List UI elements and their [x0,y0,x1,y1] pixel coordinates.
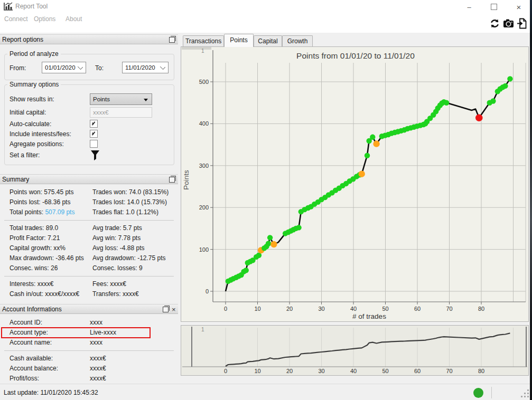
divider [4,350,174,351]
window-title: Report Tool [15,3,48,10]
menu-about[interactable]: About [66,15,82,23]
menu-options[interactable]: Options [34,15,55,23]
refresh-icon[interactable] [489,18,500,29]
summary-left: Cash in/out: xxxx€/xxxx€ [10,289,79,299]
show-results-combo[interactable]: Points [90,93,152,105]
tab-transactions[interactable]: Transactions [183,35,224,46]
tab-growth[interactable]: Growth [282,35,313,46]
account-row: Cash available:xxxx€ [0,354,178,364]
from-date-combo[interactable]: 01/01/2020 [42,62,86,73]
total-points-value: 507.09 pts [45,208,74,216]
summary-row: Total trades: 89.0Avg trade: 5.7 pts [0,223,178,233]
svg-text:300: 300 [199,163,209,169]
account-row: Account ID:xxxx [0,318,178,328]
set-filter-label: Set a filter: [10,151,40,159]
auto-calculate-checkbox[interactable] [90,120,98,128]
account-label: Account ID: [10,318,42,328]
svg-text:1: 1 [201,327,204,332]
summary-row: Total points: 507.09 ptsTrades flat: 1.0… [0,207,178,217]
points-chart-panel: 1010020030040050001020304050607080Points… [181,46,529,322]
agregate-positions-label: Agregate positions: [10,140,64,148]
report-tool-window: Report Tool – × ConnectOptionsAbout Repo… [0,0,532,400]
app-logo-icon [4,2,13,11]
svg-text:50: 50 [382,368,388,374]
window-maximize-button[interactable] [482,0,506,14]
report-options-title: Report options [2,36,43,43]
summary-right: Trades lost: 14.0 (15.73%) [92,197,167,207]
summary-right: Avg loss: -4.88 pts [92,243,145,253]
to-label: To: [95,64,104,72]
summary-row: Consec. wins: 26Consec. losses: 9 [0,263,178,273]
summary-row: Max drawdown: -36.46 ptsAvg drawdown: -1… [0,253,178,263]
svg-text:Points from 01/01/20 to 11/01/: Points from 01/01/20 to 11/01/20 [296,51,415,60]
divider [4,276,174,277]
account-value: xxxx€ [90,364,106,374]
account-value: Live-xxxx [90,328,116,338]
svg-text:1: 1 [201,48,204,54]
tab-points[interactable]: Points [224,34,254,47]
panel-close-icon[interactable]: × [172,305,176,315]
screenshot-camera-icon[interactable] [503,18,514,29]
summary-row: Cash in/out: xxxx€/xxxx€Transfers: xxxx€ [0,289,178,299]
tab-capital[interactable]: Capital [254,35,282,46]
svg-text:0: 0 [224,306,227,312]
svg-text:0: 0 [224,368,227,374]
svg-text:100: 100 [199,246,209,253]
summary-right: Fees: xxxx€ [92,279,126,289]
svg-text:500: 500 [199,79,209,85]
to-date-combo[interactable]: 11/01/2020 [122,62,169,73]
svg-text:200: 200 [199,204,209,211]
account-row: Account type:Live-xxxx [0,328,178,338]
report-options-header: Report options [0,34,178,44]
summary-left: Interests: xxxx€ [10,279,53,289]
svg-text:10: 10 [254,306,260,312]
account-value: xxxx€ [90,374,106,384]
chevron-down-icon [78,64,83,70]
svg-text:20: 20 [286,368,293,374]
menu-connect[interactable]: Connect [4,15,28,23]
to-date-value: 11/01/2020 [125,64,155,71]
summary-left: Points lost: -68.36 pts [10,197,70,207]
divider [4,220,174,221]
resize-grip[interactable] [521,389,530,398]
maximize-icon [491,4,497,10]
panel-float-icon[interactable] [163,307,169,312]
panel-float-icon[interactable] [169,37,175,43]
summary-left: Consec. wins: 26 [10,263,58,273]
account-row: Account balance:xxxx€ [0,364,178,374]
export-report-icon[interactable] [517,18,528,29]
initial-capital-label: Initial capital: [10,109,46,116]
window-close-button[interactable]: × [507,0,530,14]
summary-right: Trades won: 74.0 (83.15%) [92,187,169,197]
menu-bar: ConnectOptionsAbout [0,13,454,26]
include-interests-checkbox[interactable] [90,130,98,138]
overview-range-chart[interactable]: 101020304050607080 [181,326,528,375]
summary-row: Points won: 575.45 ptsTrades won: 74.0 (… [0,187,178,197]
svg-text:40: 40 [350,306,357,312]
svg-text:40: 40 [350,368,357,374]
account-row: Account name:xxxx [0,338,178,348]
points-chart[interactable]: 1010020030040050001020304050607080Points… [181,47,528,321]
account-label: Profit/loss: [10,374,39,384]
account-value: xxxx [90,318,102,328]
account-value: xxxx [90,338,102,348]
svg-text:# of trades: # of trades [352,312,386,320]
initial-capital-input[interactable]: xxxx€ [90,107,152,118]
svg-text:20: 20 [286,306,293,312]
summary-left: Points won: 575.45 pts [10,187,73,197]
svg-text:30: 30 [318,368,324,374]
summary-right: Trades flat: 1.0 (1.12%) [92,207,158,217]
window-minimize-button[interactable]: – [458,0,481,14]
filter-funnel-icon[interactable] [90,150,100,161]
include-interests-label: Include interests/fees: [10,130,71,138]
from-label: From: [10,64,26,72]
chevron-down-icon [160,64,165,70]
panel-float-icon[interactable] [169,177,175,183]
show-results-value: Points [93,96,110,102]
account-label: Account balance: [10,364,58,374]
svg-text:80: 80 [478,368,484,374]
background-window-edge [530,0,532,400]
show-results-label: Show results in: [10,96,54,103]
agregate-positions-checkbox[interactable] [90,140,98,148]
svg-text:30: 30 [318,306,324,312]
